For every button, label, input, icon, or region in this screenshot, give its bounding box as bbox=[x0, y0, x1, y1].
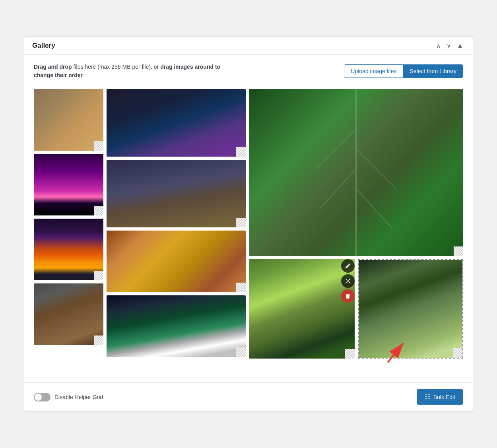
corner-marker bbox=[94, 206, 103, 215]
image-lightning[interactable] bbox=[107, 89, 246, 157]
checker-corner-icon bbox=[236, 283, 246, 292]
move-down-button[interactable]: ∨ bbox=[445, 42, 453, 50]
image-waterfall bbox=[359, 260, 463, 358]
corner-marker bbox=[454, 246, 463, 256]
toolbar: Drag and drop files here (max 256 MB per… bbox=[34, 63, 463, 80]
drag-drop-bold: Drag and drop bbox=[34, 64, 72, 70]
image-sand-aerial[interactable] bbox=[34, 89, 103, 151]
bulk-edit-icon: ☷ bbox=[425, 393, 430, 401]
delete-icon-button[interactable] bbox=[341, 289, 355, 303]
toolbar-description: Drag and drop files here (max 256 MB per… bbox=[34, 63, 233, 80]
toggle-label: Disable Helper Grid bbox=[54, 394, 103, 400]
panel-header: Gallery ∧ ∨ ▲ bbox=[24, 37, 473, 55]
shuffle-icon-button[interactable] bbox=[341, 274, 355, 288]
panel-controls: ∧ ∨ ▲ bbox=[435, 42, 465, 50]
image-meadow-river[interactable] bbox=[249, 259, 355, 359]
panel-body: Drag and drop files here (max 256 MB per… bbox=[24, 55, 473, 382]
image-aurora[interactable] bbox=[107, 295, 246, 357]
image-desert-lightning[interactable] bbox=[107, 160, 246, 227]
helper-grid-toggle[interactable] bbox=[34, 393, 50, 401]
bulk-edit-button[interactable]: ☷ Bulk Edit bbox=[417, 389, 463, 405]
checker-corner-icon bbox=[94, 206, 103, 215]
corner-marker bbox=[94, 336, 103, 345]
corner-marker bbox=[94, 141, 103, 151]
corner-marker bbox=[236, 347, 246, 357]
bulk-edit-label: Bulk Edit bbox=[433, 394, 455, 400]
pencil-icon bbox=[345, 263, 351, 269]
right-column bbox=[249, 89, 463, 359]
svg-line-1 bbox=[316, 129, 356, 169]
gallery-grid bbox=[34, 89, 463, 359]
panel-title: Gallery bbox=[32, 42, 55, 50]
toggle-container: Disable Helper Grid bbox=[34, 393, 103, 401]
right-bottom-row bbox=[249, 259, 463, 359]
move-up-button[interactable]: ∧ bbox=[435, 42, 443, 50]
corner-marker bbox=[236, 283, 246, 292]
library-button[interactable]: Select from Library bbox=[404, 65, 463, 78]
checker-corner-icon bbox=[236, 218, 246, 227]
selected-image-cell[interactable] bbox=[358, 259, 464, 359]
image-leaf[interactable] bbox=[249, 89, 463, 256]
image-purple-sky[interactable] bbox=[34, 154, 103, 215]
checker-corner-icon bbox=[236, 147, 246, 157]
svg-line-4 bbox=[356, 188, 392, 228]
checker-corner-icon bbox=[453, 348, 462, 358]
gallery-panel: Gallery ∧ ∨ ▲ Drag and drop files here (… bbox=[24, 37, 473, 411]
action-icons-panel bbox=[341, 259, 355, 303]
corner-marker bbox=[345, 349, 355, 359]
edit-icon-button[interactable] bbox=[341, 259, 355, 273]
toggle-knob bbox=[35, 394, 42, 401]
checker-corner-icon bbox=[94, 141, 103, 151]
checker-corner-icon bbox=[345, 349, 355, 359]
image-storm-rock[interactable] bbox=[34, 283, 103, 345]
left-column bbox=[34, 89, 103, 359]
upload-button[interactable]: Upload image files bbox=[344, 65, 403, 78]
corner-marker bbox=[94, 271, 103, 280]
corner-marker bbox=[236, 147, 246, 157]
svg-line-2 bbox=[356, 149, 396, 188]
checker-corner-icon bbox=[454, 246, 463, 256]
svg-line-3 bbox=[320, 169, 356, 208]
checker-corner-icon bbox=[94, 336, 103, 345]
image-sand-dunes[interactable] bbox=[107, 231, 246, 292]
selected-image-container bbox=[358, 259, 464, 359]
checker-corner-icon bbox=[236, 347, 246, 357]
shuffle-icon bbox=[345, 278, 351, 284]
corner-marker bbox=[236, 218, 246, 227]
collapse-button[interactable]: ▲ bbox=[455, 42, 465, 50]
toolbar-buttons: Upload image files Select from Library bbox=[344, 64, 463, 78]
trash-icon bbox=[345, 293, 351, 299]
checker-corner-icon bbox=[94, 271, 103, 280]
image-palm-silhouette[interactable] bbox=[34, 219, 103, 280]
corner-marker bbox=[453, 348, 462, 358]
middle-column bbox=[107, 89, 246, 359]
panel-footer: Disable Helper Grid ☷ Bulk Edit bbox=[24, 382, 473, 411]
